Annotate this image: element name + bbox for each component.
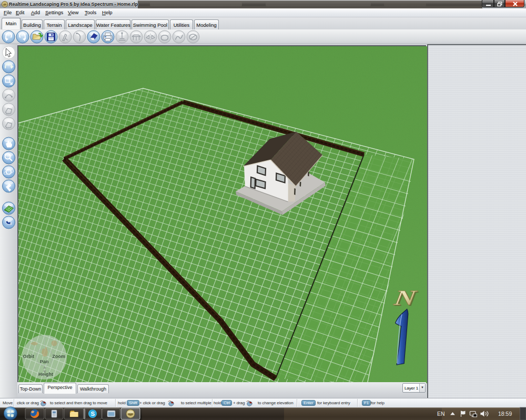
svg-text:18:59: 18:59 — [498, 411, 512, 417]
svg-text:Pan: Pan — [40, 359, 49, 364]
svg-text:Zoom: Zoom — [53, 354, 66, 359]
svg-text:Orbit: Orbit — [23, 354, 35, 359]
svg-text:EN: EN — [437, 411, 445, 417]
svg-text:Height: Height — [38, 372, 53, 377]
svg-text:S: S — [91, 411, 95, 417]
